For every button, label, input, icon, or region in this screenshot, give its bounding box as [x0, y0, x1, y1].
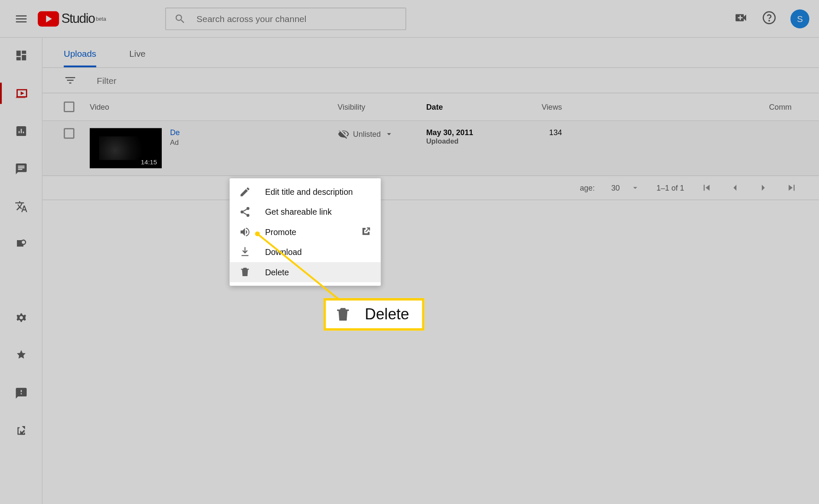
megaphone-icon — [239, 226, 253, 238]
open-external-icon — [361, 226, 371, 238]
modal-scrim — [0, 0, 819, 504]
svg-point-5 — [246, 207, 249, 210]
menu-share-link[interactable]: Get shareable link — [230, 202, 381, 222]
callout-label: Delete — [365, 305, 409, 324]
menu-download[interactable]: Download — [230, 242, 381, 262]
trash-icon — [239, 266, 253, 278]
pencil-icon — [239, 186, 253, 198]
menu-promote[interactable]: Promote — [230, 222, 381, 242]
svg-point-7 — [246, 214, 249, 217]
menu-edit-title[interactable]: Edit title and description — [230, 182, 381, 202]
trash-icon — [334, 305, 352, 323]
download-icon — [239, 246, 253, 258]
annotation-callout: Delete — [324, 298, 425, 331]
svg-point-6 — [241, 210, 243, 213]
context-menu: Edit title and description Get shareable… — [230, 178, 381, 286]
share-icon — [239, 206, 253, 218]
menu-delete[interactable]: Delete — [230, 262, 381, 282]
